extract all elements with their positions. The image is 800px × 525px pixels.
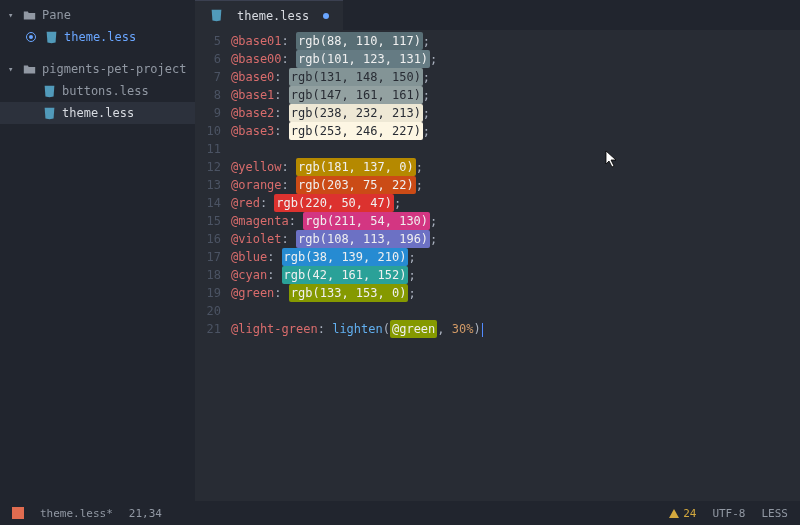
line-number: 19 bbox=[195, 284, 231, 302]
line-number: 18 bbox=[195, 266, 231, 284]
tab-label: theme.less bbox=[237, 9, 309, 23]
tree-file-theme[interactable]: theme.less bbox=[0, 102, 195, 124]
line-number: 15 bbox=[195, 212, 231, 230]
status-cursor-position[interactable]: 21,34 bbox=[129, 507, 162, 520]
status-bar: theme.less* 21,34 24 UTF-8 LESS bbox=[0, 501, 800, 525]
folder-icon bbox=[22, 8, 36, 22]
tree-open-file[interactable]: theme.less bbox=[0, 26, 195, 48]
line-number: 16 bbox=[195, 230, 231, 248]
status-encoding[interactable]: UTF-8 bbox=[712, 507, 745, 520]
line-number: 14 bbox=[195, 194, 231, 212]
folder-icon bbox=[22, 62, 36, 76]
status-grammar[interactable]: LESS bbox=[762, 507, 789, 520]
code-line: @blue: rgb(38, 139, 210); bbox=[231, 248, 800, 266]
status-filename[interactable]: theme.less* bbox=[40, 507, 113, 520]
css-file-icon bbox=[209, 9, 223, 23]
css-file-icon bbox=[42, 84, 56, 98]
line-number: 13 bbox=[195, 176, 231, 194]
chevron-down-icon: ▾ bbox=[8, 10, 18, 20]
status-color-swatch[interactable] bbox=[12, 507, 24, 519]
code-line: @base01: rgb(88, 110, 117); bbox=[231, 32, 800, 50]
code-line: @base3: rgb(253, 246, 227); bbox=[231, 122, 800, 140]
tree-label: theme.less bbox=[62, 106, 134, 120]
css-file-icon bbox=[42, 106, 56, 120]
code-line: @red: rgb(220, 50, 47); bbox=[231, 194, 800, 212]
code-line bbox=[231, 302, 800, 320]
line-number: 10 bbox=[195, 122, 231, 140]
chevron-down-icon: ▾ bbox=[8, 64, 18, 74]
code-line bbox=[231, 140, 800, 158]
status-warnings[interactable]: 24 bbox=[669, 507, 696, 520]
code-line: @green: rgb(133, 153, 0); bbox=[231, 284, 800, 302]
line-number-gutter: 56789101112131415161718192021 bbox=[195, 30, 231, 501]
line-number: 21 bbox=[195, 320, 231, 338]
line-number: 8 bbox=[195, 86, 231, 104]
sidebar: ▾ Pane theme.less ▾ pigments-pet-project bbox=[0, 0, 195, 501]
css-file-icon bbox=[44, 30, 58, 44]
code-line: @orange: rgb(203, 75, 22); bbox=[231, 176, 800, 194]
code-line: @magenta: rgb(211, 54, 130); bbox=[231, 212, 800, 230]
radio-checked-icon bbox=[26, 32, 36, 42]
dirty-indicator-icon bbox=[323, 13, 329, 19]
code-line: @base2: rgb(238, 232, 213); bbox=[231, 104, 800, 122]
line-number: 6 bbox=[195, 50, 231, 68]
tree-file-buttons[interactable]: buttons.less bbox=[0, 80, 195, 102]
line-number: 7 bbox=[195, 68, 231, 86]
code-line: @base0: rgb(131, 148, 150); bbox=[231, 68, 800, 86]
code-editor[interactable]: @base01: rgb(88, 110, 117);@base00: rgb(… bbox=[231, 30, 800, 501]
tab-theme[interactable]: theme.less bbox=[195, 0, 343, 30]
code-line: @yellow: rgb(181, 137, 0); bbox=[231, 158, 800, 176]
status-warning-count: 24 bbox=[683, 507, 696, 520]
line-number: 5 bbox=[195, 32, 231, 50]
line-number: 20 bbox=[195, 302, 231, 320]
line-number: 12 bbox=[195, 158, 231, 176]
code-line: @base00: rgb(101, 123, 131); bbox=[231, 50, 800, 68]
tab-bar: theme.less bbox=[195, 0, 800, 30]
code-line: @light-green: lighten(@green, 30%) bbox=[231, 320, 800, 338]
code-line: @violet: rgb(108, 113, 196); bbox=[231, 230, 800, 248]
editor-area: theme.less 56789101112131415161718192021… bbox=[195, 0, 800, 501]
line-number: 9 bbox=[195, 104, 231, 122]
line-number: 17 bbox=[195, 248, 231, 266]
tree-label: buttons.less bbox=[62, 84, 149, 98]
tree-label: Pane bbox=[42, 8, 71, 22]
line-number: 11 bbox=[195, 140, 231, 158]
tree-label: pigments-pet-project bbox=[42, 62, 187, 76]
tree-project[interactable]: ▾ pigments-pet-project bbox=[0, 58, 195, 80]
tree-label: theme.less bbox=[64, 30, 136, 44]
code-line: @cyan: rgb(42, 161, 152); bbox=[231, 266, 800, 284]
tree-root-pane[interactable]: ▾ Pane bbox=[0, 4, 195, 26]
code-line: @base1: rgb(147, 161, 161); bbox=[231, 86, 800, 104]
warning-icon bbox=[669, 509, 679, 518]
